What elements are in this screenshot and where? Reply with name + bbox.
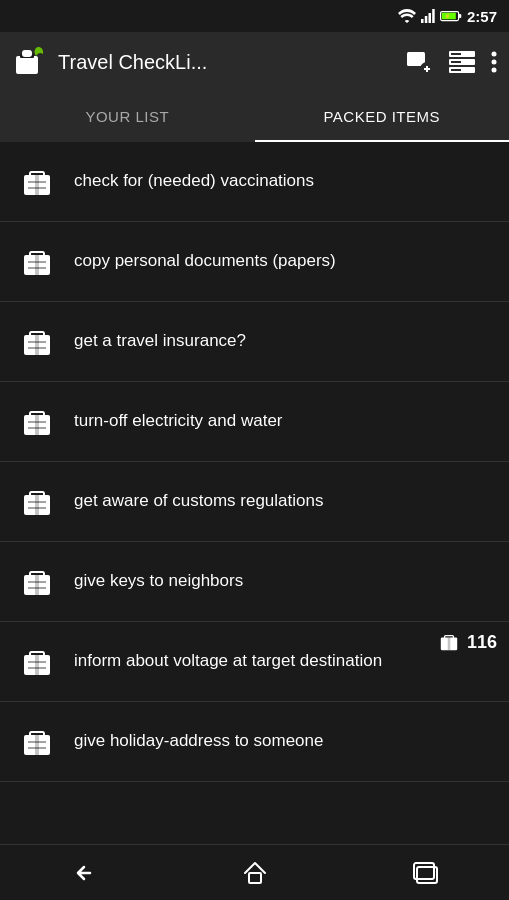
item-text: give holiday-address to someone — [74, 730, 493, 752]
list-view-button[interactable] — [449, 51, 475, 73]
list-item[interactable]: give holiday-address to someone — [0, 702, 509, 782]
svg-rect-0 — [421, 19, 424, 23]
item-text: get a travel insurance? — [74, 330, 493, 352]
battery-icon: ⚡ — [440, 10, 462, 22]
item-text: copy personal documents (papers) — [74, 250, 493, 272]
count-luggage-icon — [437, 630, 461, 654]
status-bar: ⚡ 2:57 — [0, 0, 509, 32]
tab-your-list[interactable]: Your List — [0, 92, 255, 142]
svg-rect-3 — [432, 9, 435, 23]
svg-rect-10 — [23, 51, 31, 56]
luggage-icon — [16, 561, 58, 603]
luggage-icon — [16, 641, 58, 683]
svg-point-24 — [492, 60, 497, 65]
item-text: check for (needed) vaccinations — [74, 170, 493, 192]
count-area: 116 — [437, 630, 497, 654]
back-icon — [70, 861, 100, 885]
svg-rect-8 — [16, 56, 38, 74]
svg-rect-30 — [35, 175, 39, 195]
list-item[interactable]: inform about voltage at target destinati… — [0, 622, 509, 702]
app-logo — [12, 44, 48, 80]
svg-rect-50 — [35, 495, 39, 515]
item-text: get aware of customs regulations — [74, 490, 493, 512]
home-icon — [241, 859, 269, 887]
tab-bar: Your List Packed Items — [0, 92, 509, 142]
svg-rect-69 — [249, 873, 261, 883]
app-bar-actions — [405, 48, 497, 76]
tab-packed-items[interactable]: Packed Items — [255, 92, 510, 142]
recent-icon — [410, 861, 438, 885]
status-time: 2:57 — [467, 8, 497, 25]
nav-bar — [0, 844, 509, 900]
svg-point-23 — [492, 52, 497, 57]
luggage-icon — [16, 401, 58, 443]
checklist-container: check for (needed) vaccinations copy per… — [0, 142, 509, 844]
wifi-icon — [398, 9, 416, 23]
list-item[interactable]: give keys to neighbors — [0, 542, 509, 622]
luggage-icon — [16, 321, 58, 363]
item-text: give keys to neighbors — [74, 570, 493, 592]
svg-point-25 — [492, 68, 497, 73]
svg-rect-5 — [459, 14, 462, 18]
luggage-icon — [16, 721, 58, 763]
svg-rect-68 — [35, 735, 39, 755]
back-button[interactable] — [0, 845, 170, 900]
add-list-button[interactable] — [405, 48, 433, 76]
svg-rect-12 — [409, 56, 423, 58]
svg-rect-13 — [409, 60, 419, 62]
svg-rect-20 — [451, 53, 461, 55]
luggage-icon — [16, 241, 58, 283]
svg-rect-16 — [426, 66, 428, 72]
item-text: inform about voltage at target destinati… — [74, 650, 493, 672]
item-text: turn-off electricity and water — [74, 410, 493, 432]
list-item[interactable]: check for (needed) vaccinations — [0, 142, 509, 222]
svg-rect-2 — [428, 13, 431, 23]
list-item[interactable]: get aware of customs regulations — [0, 462, 509, 542]
app-title: Travel CheckLi... — [58, 51, 395, 74]
svg-rect-22 — [451, 69, 461, 71]
recent-apps-button[interactable] — [339, 845, 509, 900]
svg-text:⚡: ⚡ — [444, 12, 451, 20]
svg-rect-21 — [451, 61, 461, 63]
svg-rect-55 — [35, 575, 39, 595]
svg-rect-60 — [35, 655, 39, 675]
svg-rect-1 — [425, 16, 428, 23]
svg-rect-35 — [35, 255, 39, 275]
signal-icon — [421, 9, 435, 23]
svg-rect-45 — [35, 415, 39, 435]
svg-rect-40 — [35, 335, 39, 355]
list-item[interactable]: get a travel insurance? — [0, 302, 509, 382]
status-icons: ⚡ 2:57 — [398, 8, 497, 25]
list-item[interactable]: turn-off electricity and water — [0, 382, 509, 462]
more-options-button[interactable] — [491, 51, 497, 73]
app-bar: Travel CheckLi... — [0, 32, 509, 92]
home-button[interactable] — [170, 845, 340, 900]
count-badge: 116 — [467, 632, 497, 653]
luggage-icon — [16, 481, 58, 523]
svg-rect-63 — [448, 638, 451, 651]
luggage-icon — [16, 161, 58, 203]
list-item[interactable]: copy personal documents (papers) — [0, 222, 509, 302]
